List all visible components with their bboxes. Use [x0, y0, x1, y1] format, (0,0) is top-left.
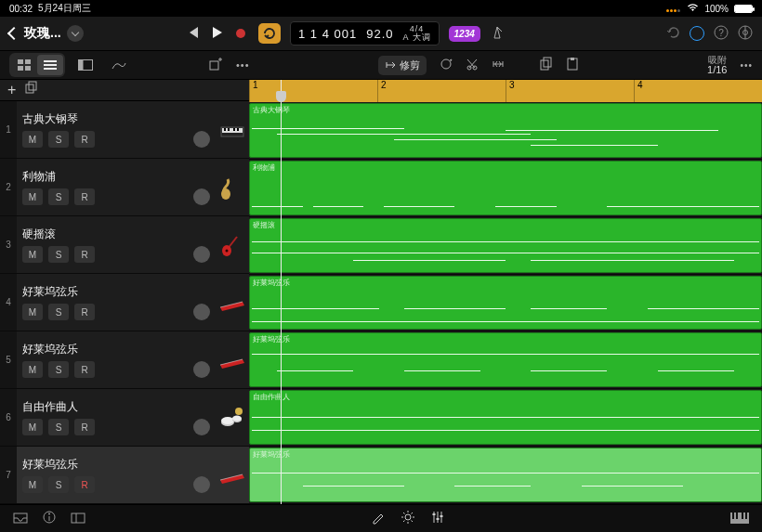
solo-button[interactable]: S [48, 304, 69, 320]
rewind-button[interactable] [186, 27, 199, 41]
svg-rect-57 [437, 518, 440, 520]
midi-region[interactable]: 硬摇滚 [249, 218, 762, 273]
volume-knob[interactable] [193, 419, 210, 435]
track-header[interactable]: 1古典大钢琴MSR [0, 101, 249, 159]
record-button[interactable] [236, 29, 245, 38]
join-tool-button[interactable] [492, 58, 505, 72]
project-menu-button[interactable] [67, 25, 84, 42]
solo-button[interactable]: S [48, 419, 69, 435]
track-header[interactable]: 6自由作曲人MSR [0, 389, 249, 447]
duplicate-track-button[interactable] [25, 82, 38, 98]
mute-button[interactable]: M [22, 188, 43, 205]
window-toggle-button[interactable] [72, 55, 99, 75]
midi-region[interactable]: 好莱坞弦乐 [249, 448, 762, 502]
record-enable-button[interactable]: R [74, 361, 95, 378]
instrument-icon[interactable] [216, 331, 249, 388]
mute-button[interactable]: M [22, 246, 43, 263]
add-region-button[interactable] [203, 55, 229, 75]
clipboard-button[interactable] [566, 58, 579, 72]
volume-knob[interactable] [193, 131, 210, 148]
mute-button[interactable]: M [22, 476, 43, 493]
automation-toggle-button[interactable] [106, 55, 132, 75]
track-header[interactable]: 7好莱坞弦乐MSR [0, 447, 249, 504]
svg-line-52 [412, 513, 414, 514]
track-header[interactable]: 5好莱坞弦乐MSR [0, 331, 249, 389]
track-lane[interactable]: 好莱坞弦乐 [249, 331, 762, 389]
inbox-icon[interactable] [13, 511, 28, 527]
solo-button[interactable]: S [48, 246, 69, 263]
track-header[interactable]: 4好莱坞弦乐MSR [0, 274, 249, 331]
trim-tool-button[interactable]: 修剪 [378, 56, 427, 75]
volume-knob[interactable] [193, 304, 210, 320]
info-icon[interactable] [43, 511, 56, 527]
copy-button[interactable] [540, 58, 553, 72]
record-enable-button[interactable]: R [74, 476, 95, 493]
solo-button[interactable]: S [48, 361, 69, 378]
volume-knob[interactable] [193, 188, 210, 205]
play-button[interactable] [212, 27, 223, 41]
help-button[interactable]: ? [714, 25, 729, 43]
record-enable-button[interactable]: R [74, 419, 95, 435]
record-enable-button[interactable]: R [74, 246, 95, 263]
scissors-tool-button[interactable] [466, 58, 479, 72]
timeline-ruler[interactable]: 1 2 3 4 [249, 80, 762, 102]
instrument-icon[interactable] [216, 216, 249, 273]
track-lane[interactable]: 自由作曲人 [249, 389, 762, 447]
instrument-icon[interactable] [216, 101, 249, 158]
back-chevron-icon[interactable] [7, 27, 20, 40]
track-header[interactable]: 2利物浦MSR [0, 159, 249, 216]
solo-button[interactable]: S [48, 131, 69, 148]
settings-button[interactable] [738, 25, 753, 43]
midi-region[interactable]: 好莱坞弦乐 [249, 276, 762, 331]
svg-rect-61 [736, 513, 738, 519]
pencil-tool-icon[interactable] [372, 511, 385, 527]
midi-region[interactable]: 利物浦 [249, 161, 762, 215]
track-header[interactable]: 3硬摇滚MSR [0, 216, 249, 274]
volume-knob[interactable] [193, 361, 210, 378]
volume-knob[interactable] [193, 246, 210, 263]
brightness-icon[interactable] [401, 511, 414, 527]
progress-ring-icon[interactable] [690, 26, 704, 41]
loop-tool-button[interactable] [440, 58, 453, 72]
instrument-icon[interactable] [216, 447, 249, 503]
undo-button[interactable] [665, 25, 680, 43]
record-enable-button[interactable]: R [74, 188, 95, 205]
track-number: 5 [0, 331, 17, 388]
mute-button[interactable]: M [22, 131, 43, 148]
keyboard-icon[interactable] [730, 511, 749, 527]
project-title[interactable]: 玫瑰... [24, 25, 61, 42]
mute-button[interactable]: M [22, 361, 43, 378]
view-list-button[interactable] [37, 55, 63, 75]
more-tools-button[interactable]: ••• [740, 60, 753, 71]
track-lane[interactable]: 利物浦 [249, 160, 762, 217]
mute-button[interactable]: M [22, 304, 43, 320]
metronome-icon[interactable] [490, 25, 505, 43]
track-lane[interactable]: 好莱坞弦乐 [249, 275, 762, 332]
library-icon[interactable] [71, 511, 85, 527]
arrange-area[interactable]: 1 2 3 4 古典大钢琴利物浦硬摇滚好莱坞弦乐好莱坞弦乐自由作曲人好莱坞弦乐 [249, 80, 762, 504]
lcd-display[interactable]: 1 1 4 001 92.0 4/4 A 大调 [290, 21, 440, 45]
instrument-icon[interactable] [216, 159, 249, 215]
more-button[interactable]: ••• [236, 59, 250, 71]
playhead[interactable] [281, 80, 282, 504]
track-lane[interactable]: 硬摇滚 [249, 217, 762, 275]
track-lane[interactable]: 好莱坞弦乐 [249, 447, 762, 504]
mute-button[interactable]: M [22, 419, 43, 435]
cycle-button[interactable] [258, 23, 281, 44]
midi-region[interactable]: 好莱坞弦乐 [249, 332, 762, 387]
snap-menu[interactable]: 吸附 1/16 [707, 56, 727, 75]
record-enable-button[interactable]: R [74, 131, 95, 148]
midi-region[interactable]: 自由作曲人 [249, 390, 762, 445]
volume-knob[interactable] [193, 476, 210, 493]
add-track-button[interactable]: + [7, 83, 16, 97]
record-enable-button[interactable]: R [74, 304, 95, 320]
track-lane[interactable]: 古典大钢琴 [249, 102, 762, 160]
instrument-icon[interactable] [216, 389, 249, 446]
midi-region[interactable]: 古典大钢琴 [249, 103, 762, 158]
solo-button[interactable]: S [48, 476, 69, 493]
instrument-icon[interactable] [216, 274, 249, 331]
solo-button[interactable]: S [48, 188, 69, 205]
view-grid-button[interactable] [11, 55, 37, 75]
key-command-button[interactable]: 1234 [449, 26, 480, 42]
mixer-icon[interactable] [431, 511, 444, 527]
